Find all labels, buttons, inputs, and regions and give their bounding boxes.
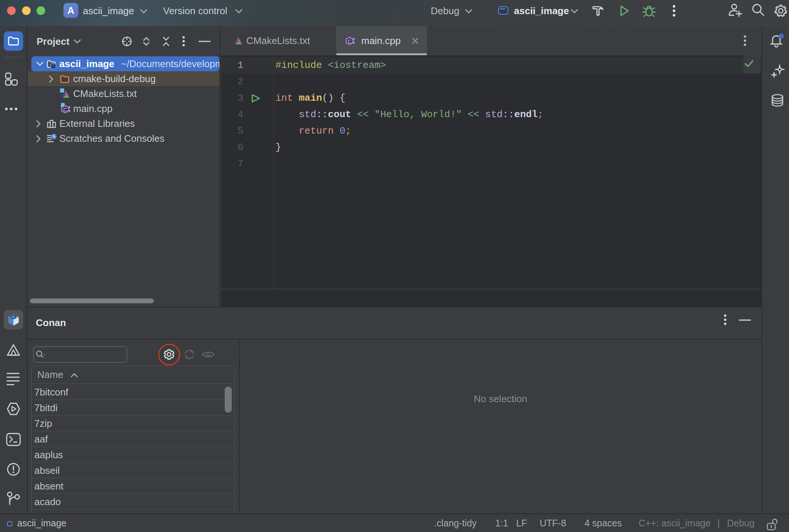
svg-text:C: C xyxy=(347,38,352,44)
svg-text:C: C xyxy=(63,106,67,113)
